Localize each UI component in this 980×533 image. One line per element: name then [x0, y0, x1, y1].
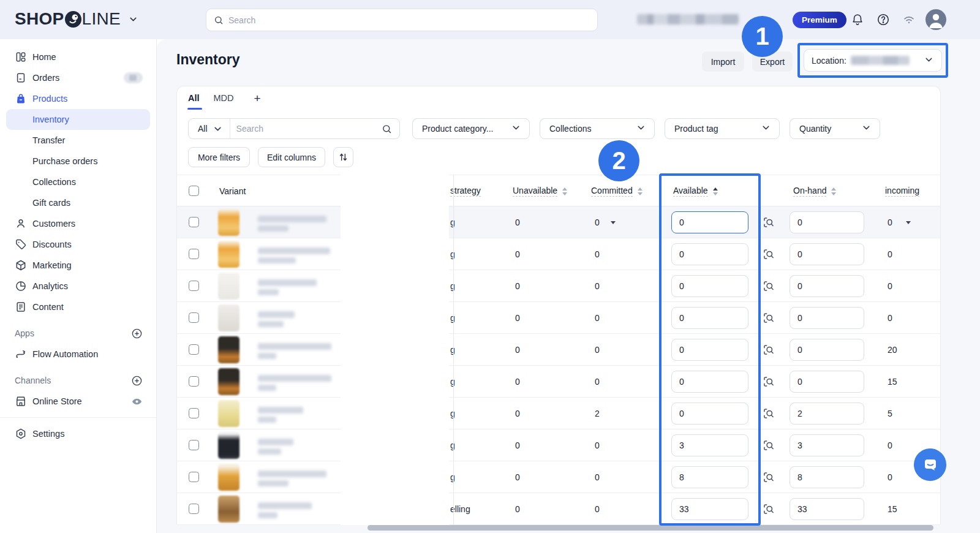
sidebar-item-collections[interactable]: Collections: [0, 172, 156, 192]
import-button[interactable]: Import: [702, 51, 744, 72]
inventory-detail-icon[interactable]: [763, 312, 775, 324]
onhand-input[interactable]: [790, 307, 864, 329]
add-app-icon[interactable]: [131, 328, 143, 339]
column-header-onhand[interactable]: On-hand: [793, 175, 836, 207]
onhand-input[interactable]: [790, 243, 864, 265]
inventory-detail-icon[interactable]: [763, 216, 775, 229]
horizontal-scrollbar[interactable]: [368, 525, 933, 531]
available-input[interactable]: [671, 403, 748, 425]
column-header-available[interactable]: Available: [673, 175, 718, 207]
sidebar-item-analytics[interactable]: Analytics: [0, 276, 156, 297]
committed-value[interactable]: 2: [595, 398, 600, 429]
shopline-logo[interactable]: SHOPLINE: [15, 9, 138, 29]
sidebar-item-settings[interactable]: Settings: [0, 423, 156, 444]
select-all-checkbox[interactable]: [189, 186, 199, 196]
inventory-detail-icon[interactable]: [763, 503, 775, 515]
row-checkbox[interactable]: [189, 376, 199, 387]
logo-chevron-down-icon[interactable]: [128, 9, 138, 29]
committed-value[interactable]: 0: [595, 334, 600, 366]
view-store-eye-icon[interactable]: [131, 396, 143, 407]
available-input[interactable]: [671, 307, 748, 329]
incoming-value[interactable]: 0: [888, 206, 892, 238]
sidebar-item-home[interactable]: Home: [0, 47, 156, 67]
row-checkbox[interactable]: [189, 344, 199, 355]
incoming-value[interactable]: 5: [888, 398, 892, 429]
account-avatar[interactable]: [925, 9, 946, 30]
quantity-filter[interactable]: Quantity: [790, 118, 880, 139]
sidebar-item-inventory[interactable]: Inventory: [6, 109, 150, 130]
row-checkbox[interactable]: [189, 440, 199, 450]
notifications-bell-icon[interactable]: [851, 13, 864, 26]
incoming-value[interactable]: 15: [888, 493, 897, 525]
sidebar-item-customers[interactable]: Customers: [0, 213, 156, 234]
sidebar-item-online-store[interactable]: Online Store: [0, 391, 156, 412]
help-icon[interactable]: [876, 13, 890, 26]
premium-badge[interactable]: Premium: [793, 12, 846, 28]
sort-icon[interactable]: [638, 187, 643, 195]
incoming-value[interactable]: 0: [888, 461, 892, 493]
onhand-input[interactable]: [790, 339, 864, 361]
onhand-input[interactable]: [790, 498, 864, 520]
edit-columns-button[interactable]: Edit columns: [258, 147, 325, 167]
support-chat-button[interactable]: [914, 448, 946, 481]
column-header-unavailable[interactable]: Unavailable: [513, 175, 567, 207]
committed-value[interactable]: 0: [595, 206, 600, 238]
incoming-dropdown-caret-icon[interactable]: [906, 221, 911, 224]
available-input[interactable]: [671, 211, 748, 233]
available-input[interactable]: [671, 371, 748, 393]
committed-value[interactable]: 0: [595, 270, 600, 302]
committed-value[interactable]: 0: [595, 238, 600, 270]
inventory-detail-icon[interactable]: [763, 280, 775, 292]
table-search-input[interactable]: [230, 124, 382, 134]
incoming-value[interactable]: 15: [888, 366, 897, 398]
more-filters-button[interactable]: More filters: [188, 147, 250, 167]
row-checkbox[interactable]: [189, 312, 199, 323]
row-checkbox[interactable]: [189, 281, 199, 291]
onhand-input[interactable]: [790, 371, 864, 393]
column-header-strategy[interactable]: strategy: [450, 175, 481, 207]
available-input[interactable]: [671, 243, 748, 265]
sidebar-item-products[interactable]: Products: [0, 88, 156, 109]
sort-icon-ascending[interactable]: [713, 187, 718, 195]
product-tag-filter[interactable]: Product tag: [665, 118, 780, 139]
available-input[interactable]: [671, 434, 748, 456]
tab-mdd[interactable]: MDD: [214, 93, 234, 110]
incoming-value[interactable]: 20: [888, 334, 897, 366]
sidebar-item-purchase-orders[interactable]: Purchase orders: [0, 151, 156, 172]
available-input[interactable]: [671, 339, 748, 361]
global-search-input[interactable]: [228, 15, 590, 25]
search-scope-dropdown[interactable]: All: [189, 119, 230, 138]
incoming-value[interactable]: 0: [888, 238, 892, 270]
sort-icon[interactable]: [562, 187, 567, 195]
row-checkbox[interactable]: [189, 408, 199, 418]
inventory-detail-icon[interactable]: [763, 471, 775, 483]
onhand-input[interactable]: [790, 211, 864, 233]
sidebar-item-flow-automation[interactable]: Flow Automation: [0, 344, 156, 365]
onhand-input[interactable]: [790, 403, 864, 425]
sidebar-item-content[interactable]: Content: [0, 297, 156, 317]
inventory-detail-icon[interactable]: [763, 344, 775, 356]
available-input[interactable]: [671, 275, 748, 297]
wifi-status-icon[interactable]: [902, 13, 916, 26]
inventory-detail-icon[interactable]: [763, 407, 775, 420]
product-category-filter[interactable]: Product category...: [412, 118, 530, 139]
onhand-input[interactable]: [790, 434, 864, 456]
incoming-value[interactable]: 0: [888, 270, 892, 302]
onhand-input[interactable]: [790, 466, 864, 488]
committed-value[interactable]: 0: [595, 302, 600, 334]
row-checkbox[interactable]: [189, 472, 199, 482]
sidebar-item-gift-cards[interactable]: Gift cards: [0, 192, 156, 213]
inventory-detail-icon[interactable]: [763, 248, 775, 260]
add-view-tab-button[interactable]: +: [254, 93, 261, 110]
row-checkbox[interactable]: [189, 504, 199, 514]
global-search[interactable]: [206, 9, 598, 31]
incoming-value[interactable]: 0: [888, 302, 892, 334]
available-input[interactable]: [671, 498, 748, 520]
collections-filter[interactable]: Collections: [540, 118, 655, 139]
tab-all[interactable]: All: [188, 93, 200, 110]
sidebar-item-marketing[interactable]: Marketing: [0, 255, 156, 276]
committed-value[interactable]: 0: [595, 366, 600, 398]
committed-value[interactable]: 0: [595, 429, 600, 461]
committed-value[interactable]: 0: [595, 461, 600, 493]
incoming-value[interactable]: 0: [888, 429, 892, 461]
